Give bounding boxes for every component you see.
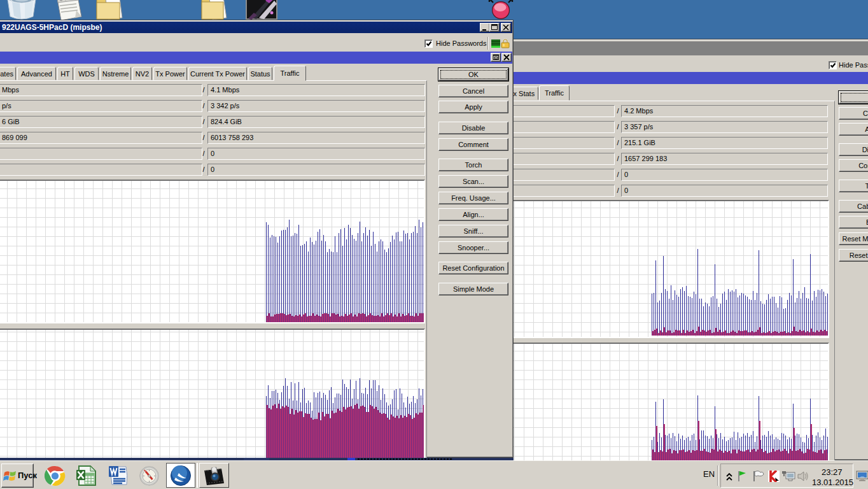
left-field-left-3[interactable]: 869 099 [0,132,202,144]
right-ok-focus-ring [841,93,868,102]
left-button-7[interactable]: Freq. Usage... [438,192,508,204]
notepad-icon[interactable] [53,0,85,22]
left-dialog-titlebar[interactable] [0,52,512,64]
right-button-0[interactable]: OK [839,91,868,104]
right-field-right-0[interactable]: 4.2 Mbps [621,105,828,117]
left-tab-6[interactable]: Tx Power [153,67,187,80]
left-button-10[interactable]: Snooper... [438,241,508,254]
folder-icon[interactable] [199,0,234,22]
left-ok-focus-ring [440,70,507,79]
left-tab-3[interactable]: WDS [74,67,99,80]
connection-quality-icon [491,39,500,48]
right-field-right-5[interactable]: 0 [621,185,828,197]
left-button-11[interactable]: Reset Configuration [438,262,508,274]
left-field-right-5[interactable]: 0 [207,164,425,176]
taskbar: Пуск EN 23:27 13.01 [0,460,868,489]
left-field-right-0[interactable]: 4.1 Mbps [207,84,425,96]
right-hide-passwords-checkbox[interactable] [829,61,837,69]
left-field-right-1[interactable]: 3 342 p/s [207,100,425,112]
left-button-12[interactable]: Simple Mode [438,283,508,295]
left-tab-2[interactable]: HT [57,67,73,80]
left-button-9[interactable]: Sniff... [438,225,508,237]
left-tab-7[interactable]: Current Tx Power [188,67,247,80]
left-field-left-2[interactable]: 6 GiB [0,116,202,128]
excel-icon[interactable] [75,465,97,486]
right-button-8[interactable]: Reset MAC Address [839,232,868,245]
chevron-up-icon[interactable] [725,472,733,481]
left-tab-1[interactable]: Advanced [17,67,56,80]
start-button[interactable]: Пуск [1,464,34,488]
left-winbox-window: 922UAGS-5HPacD (mipsbe) Hide Passwords a… [0,20,514,458]
left-button-5[interactable]: Torch [438,159,508,171]
task-button-sliver[interactable] [197,463,198,488]
windows-logo-icon [3,469,17,483]
left-tab-9[interactable]: Traffic [274,66,306,81]
left-field-right-2[interactable]: 824.4 GiB [207,116,425,128]
left-dialog-close-button[interactable] [501,53,512,62]
right-button-5[interactable]: Torch [839,180,868,192]
word-icon[interactable] [107,465,129,486]
left-window-minimize-button[interactable] [480,23,490,32]
left-button-2[interactable]: Apply [438,101,508,113]
right-button-7[interactable]: Blink [839,216,868,229]
left-tab-4[interactable]: Nstreme [100,67,131,80]
green-flag-icon[interactable] [737,471,747,482]
secure-lock-icon [501,38,510,48]
left-window-title: 922UAGS-5HPacD (mipsbe) [2,22,102,33]
right-button-1[interactable]: Cancel [839,107,868,120]
right-field-separator-5: / [615,185,620,197]
left-button-8[interactable]: Align... [438,208,508,221]
left-window-close-button[interactable] [501,23,511,32]
strip-text-dashes [358,458,453,460]
right-field-right-2[interactable]: 215.1 GiB [621,137,828,149]
left-field-left-1[interactable]: p/s [0,100,202,112]
left-dialog-restore-button[interactable] [491,53,501,62]
gauge-icon[interactable] [139,466,159,486]
left-window-maximize-button[interactable] [489,23,500,32]
dark-photo-icon[interactable] [245,0,278,20]
capture-task-button[interactable] [199,463,229,488]
left-tab-8[interactable]: Status [248,67,272,80]
tray-clock[interactable]: 23:27 [822,467,843,477]
display-monitor-icon[interactable] [856,471,868,481]
network-icon[interactable] [782,470,796,483]
left-field-left-4[interactable] [0,148,202,160]
left-field-left-0[interactable]: Mbps [0,84,202,96]
pink-ball-icon[interactable] [487,0,514,20]
right-button-2[interactable]: Apply [839,123,868,136]
speaker-icon[interactable] [797,471,809,482]
right-button-6[interactable]: Cable Test [839,200,868,213]
left-button-4[interactable]: Comment [438,138,508,151]
left-hide-passwords-checkbox[interactable] [424,39,433,48]
right-button-4[interactable]: Comment [839,159,868,172]
kaspersky-icon[interactable] [768,471,780,482]
right-field-separator-4: / [615,169,620,181]
white-flag-icon[interactable] [752,470,766,483]
recycle-bin-icon[interactable] [5,0,38,20]
left-button-6[interactable]: Scan... [438,175,508,188]
chrome-icon[interactable] [45,465,66,486]
left-tab-5[interactable]: NV2 [132,67,152,80]
right-field-right-4[interactable]: 0 [621,169,828,181]
right-button-9[interactable]: Reset Counters [839,249,868,262]
right-button-3[interactable]: Disable [839,143,868,156]
right-field-right-1[interactable]: 3 357 p/s [621,121,828,133]
left-button-1[interactable]: Cancel [438,85,508,97]
left-button-3[interactable]: Disable [438,122,508,134]
left-field-left-5[interactable] [0,164,202,176]
right-tab-1[interactable]: Traffic [539,85,570,101]
left-button-0[interactable]: OK [438,68,508,81]
tray-date[interactable]: 13.01.2015 [812,478,853,487]
right-field-right-3[interactable]: 1657 299 183 [621,153,828,165]
winbox-task-button[interactable] [166,463,195,488]
folder-documents-icon[interactable] [94,0,130,22]
left-field-separator-4: / [201,148,206,160]
right-field-separator-0: / [615,105,620,117]
tray-language-indicator[interactable]: EN [703,469,715,479]
left-field-right-4[interactable]: 0 [207,148,425,160]
left-field-separator-1: / [201,100,206,112]
left-window-titlebar[interactable]: 922UAGS-5HPacD (mipsbe) [0,22,512,33]
left-field-separator-0: / [201,84,206,96]
left-tab-0[interactable]: ates [0,67,16,80]
left-field-right-3[interactable]: 6013 758 293 [207,132,425,144]
